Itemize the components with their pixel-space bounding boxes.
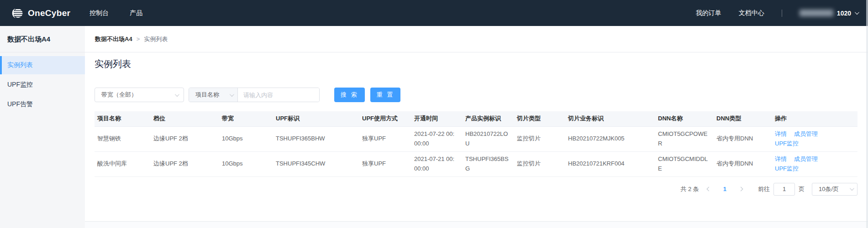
cell-open-time: 2021-07-21 00:00:00 — [411, 151, 463, 176]
scrollbar[interactable] — [866, 0, 868, 228]
cell-dnn-name: CMIOT5GCMIDDLE — [655, 151, 714, 176]
search-field-value: 项目名称 — [195, 91, 219, 99]
cell-dnn-type: 省内专用DNN — [714, 126, 772, 151]
col-instance-id: 产品实例标识 — [463, 111, 514, 126]
col-actions: 操作 — [772, 111, 857, 126]
breadcrumb: 数据不出场A4 > 实例列表 — [85, 26, 868, 52]
col-project: 项目名称 — [95, 111, 151, 126]
sidebar-item-label: UPF告警 — [7, 100, 33, 109]
breadcrumb-item-root[interactable]: 数据不出场A4 — [95, 35, 132, 43]
member-manage-link[interactable]: 成员管理 — [794, 130, 818, 137]
sidebar-item-upf-monitor[interactable]: UPF监控 — [0, 76, 85, 94]
col-slice-type: 切片类型 — [514, 111, 565, 126]
chevron-down-icon — [850, 186, 854, 191]
sidebar-item-upf-alarm[interactable]: UPF告警 — [0, 95, 85, 114]
top-navbar: OneCyber 控制台 产品 我的订单 文档中心 1020 — [0, 0, 868, 26]
page-size-select[interactable]: 10条/页 — [812, 183, 857, 196]
nav-products[interactable]: 产品 — [130, 9, 142, 17]
search-field-select[interactable]: 项目名称 — [189, 88, 238, 102]
nav-divider — [782, 10, 782, 17]
cell-bandwidth: 10Gbps — [219, 151, 273, 176]
col-open-time: 开通时间 — [411, 111, 463, 126]
instance-table: 项目名称 档位 带宽 UPF标识 UPF使用方式 开通时间 产品实例标识 切片类… — [95, 111, 857, 177]
pagination-total: 共 2 条 — [680, 185, 699, 193]
col-upf-id: UPF标识 — [273, 111, 359, 126]
cell-open-time: 2021-07-22 00:00:00 — [411, 126, 463, 151]
col-tier: 档位 — [151, 111, 219, 126]
sidebar-title: 数据不出场A4 — [0, 26, 85, 52]
chevron-down-icon — [855, 10, 859, 15]
member-manage-link[interactable]: 成员管理 — [794, 155, 818, 162]
page-background — [85, 222, 868, 228]
page-number-current[interactable]: 1 — [723, 186, 726, 192]
detail-link[interactable]: 详情 — [775, 130, 787, 137]
chevron-down-icon — [230, 92, 234, 97]
cell-dnn-name: CMIOT5GCPOWER — [655, 126, 714, 151]
search-group: 项目名称 — [189, 88, 320, 102]
table-row: 酸洗中间库 边缘UPF 2档 10Gbps TSHUPFI345CHW 独享UP… — [95, 151, 857, 176]
cell-tier: 边缘UPF 2档 — [151, 126, 219, 151]
table-header-row: 项目名称 档位 带宽 UPF标识 UPF使用方式 开通时间 产品实例标识 切片类… — [95, 111, 857, 126]
cell-dnn-type: 省内专用DNN — [714, 151, 772, 176]
page-unit-label: 页 — [799, 185, 805, 193]
cell-upf-mode: 独享UPF — [359, 151, 411, 176]
bandwidth-select[interactable]: 带宽（全部） — [95, 88, 184, 102]
table-row: 智慧钢铁 边缘UPF 2档 10Gbps TSHUPFI365BHW 独享UPF… — [95, 126, 857, 151]
col-bandwidth: 带宽 — [219, 111, 273, 126]
goto-label: 前往 — [758, 185, 770, 193]
pagination: 共 2 条 1 前往 页 10条/页 — [95, 183, 857, 196]
cell-slice-biz-id: HB20210722MJK005 — [565, 126, 655, 151]
account-menu[interactable]: 1020 — [800, 10, 858, 17]
col-dnn-type: DNN类型 — [714, 111, 772, 126]
bandwidth-select-value: 带宽（全部） — [101, 91, 137, 99]
sidebar-item-label: 实例列表 — [7, 61, 33, 69]
cell-project: 酸洗中间库 — [95, 151, 151, 176]
breadcrumb-item-current: 实例列表 — [144, 35, 168, 43]
col-dnn-name: DNN名称 — [655, 111, 714, 126]
filter-bar: 带宽（全部） 项目名称 搜 索 重 置 — [95, 88, 857, 102]
cell-actions: 详情 成员管理 UPF监控 — [772, 151, 857, 176]
search-button[interactable]: 搜 索 — [334, 88, 365, 102]
chevron-down-icon — [175, 92, 179, 97]
cell-instance-id: HB20210722LOU — [463, 126, 514, 151]
sidebar-item-label: UPF监控 — [7, 81, 33, 89]
cell-instance-id: TSHUPFI365BSG — [463, 151, 514, 176]
cell-slice-biz-id: HB20210721KRF004 — [565, 151, 655, 176]
cell-actions: 详情 成员管理 UPF监控 — [772, 126, 857, 151]
reset-button[interactable]: 重 置 — [370, 88, 401, 102]
page-size-value: 10条/页 — [819, 185, 839, 193]
onecyber-logo-icon — [10, 6, 24, 20]
cell-project: 智慧钢铁 — [95, 126, 151, 151]
content-card: 实例列表 带宽（全部） 项目名称 搜 索 重 置 — [85, 52, 868, 222]
brand-name: OneCyber — [28, 8, 70, 18]
nav-console[interactable]: 控制台 — [89, 9, 109, 17]
next-page-icon[interactable] — [739, 187, 743, 192]
account-suffix: 1020 — [837, 10, 851, 17]
cell-bandwidth: 10Gbps — [219, 126, 273, 151]
upf-monitor-link[interactable]: UPF监控 — [775, 140, 799, 147]
cell-upf-mode: 独享UPF — [359, 126, 411, 151]
redacted-account-name — [800, 10, 833, 16]
sidebar-item-instance-list[interactable]: 实例列表 — [0, 56, 85, 74]
cell-tier: 边缘UPF 2档 — [151, 151, 219, 176]
cell-upf-id: TSHUPFI365BHW — [273, 126, 359, 151]
col-slice-biz-id: 切片业务标识 — [565, 111, 655, 126]
col-upf-mode: UPF使用方式 — [359, 111, 411, 126]
prev-page-icon[interactable] — [706, 187, 711, 192]
upf-monitor-link[interactable]: UPF监控 — [775, 165, 799, 172]
cell-slice-type: 监控切片 — [514, 151, 565, 176]
page-title: 实例列表 — [95, 58, 857, 70]
search-input[interactable] — [238, 88, 319, 102]
cell-upf-id: TSHUPFI345CHW — [273, 151, 359, 176]
nav-doc-center[interactable]: 文档中心 — [739, 9, 764, 17]
detail-link[interactable]: 详情 — [775, 155, 787, 162]
goto-page-input[interactable] — [773, 183, 795, 196]
sidebar: 数据不出场A4 实例列表 UPF监控 UPF告警 — [0, 26, 85, 228]
cell-slice-type: 监控切片 — [514, 126, 565, 151]
breadcrumb-separator: > — [137, 36, 140, 42]
brand-logo[interactable]: OneCyber — [10, 6, 70, 20]
nav-my-orders[interactable]: 我的订单 — [696, 9, 721, 17]
